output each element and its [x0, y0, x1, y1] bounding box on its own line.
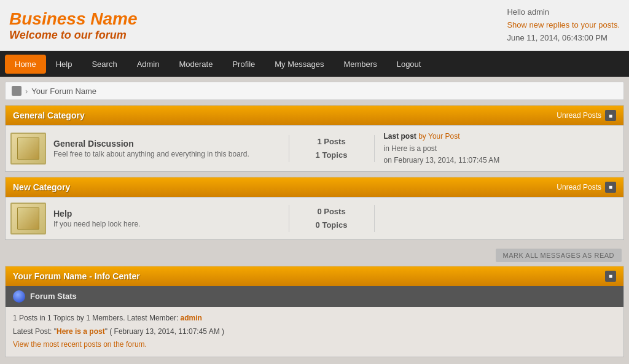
user-greeting: Hello admin [507, 6, 620, 19]
info-center-title: Your Forum Name - Info Center [13, 271, 140, 281]
nav-item-logout[interactable]: Logout [387, 55, 431, 74]
forum-description: If you need help look here. [53, 220, 289, 228]
unread-posts-general: Unread Posts ■ [557, 110, 616, 121]
category-title-new: New Category [13, 182, 70, 192]
forum-description: Feel free to talk about anything and eve… [53, 150, 289, 158]
user-date: June 11, 2014, 06:43:00 PM [507, 32, 620, 45]
forum-row: Help If you need help look here. 0 Posts… [6, 197, 623, 239]
forum-icon [10, 203, 46, 234]
nav-item-my-messages[interactable]: My Messages [265, 55, 334, 74]
category-header-general: General Category Unread Posts ■ [6, 106, 623, 125]
category-toggle-icon-new[interactable]: ■ [605, 182, 616, 193]
nav-item-profile[interactable]: Profile [222, 55, 265, 74]
forum-info: General Discussion Feel free to talk abo… [53, 139, 289, 158]
breadcrumb: › Your Forum Name [5, 82, 624, 100]
info-center-toggle-icon[interactable]: ■ [605, 271, 616, 282]
forum-title[interactable]: General Discussion [53, 139, 289, 149]
category-title-general: General Category [13, 110, 85, 120]
forum-icon-inner [17, 137, 39, 160]
category-toggle-icon-general[interactable]: ■ [605, 110, 616, 121]
forum-lastpost: Last post by Your Post in Here is a post… [375, 131, 619, 166]
stats-latest-member-link[interactable]: admin [181, 314, 202, 322]
posts-count: 0 Posts [317, 207, 345, 216]
breadcrumb-sep: › [25, 87, 28, 96]
topics-count: 0 Topics [316, 220, 348, 230]
header: Business Name Welcome to our forum Hello… [0, 0, 629, 51]
logo-subtitle: Welcome to our forum [9, 29, 138, 42]
stats-latest-post-link[interactable]: Here is a post [57, 327, 105, 336]
logo-area: Business Name Welcome to our forum [9, 9, 138, 42]
nav-item-help[interactable]: Help [46, 55, 82, 74]
lastpost-in: in Here is a post [384, 144, 437, 153]
breadcrumb-forum-name: Your Forum Name [31, 87, 96, 96]
mark-all-read-button[interactable]: MARK ALL MESSAGES AS READ [496, 249, 622, 262]
categories-container: General Category Unread Posts ■ General … [5, 105, 624, 240]
user-replies[interactable]: Show new replies to your posts. [507, 19, 620, 32]
forum-info: Help If you need help look here. [53, 209, 289, 228]
main-content: › Your Forum Name General Category Unrea… [0, 77, 629, 364]
nav-item-search[interactable]: Search [82, 55, 127, 74]
forum-stats-section: Forum Stats [6, 286, 623, 307]
home-icon[interactable] [12, 86, 21, 96]
stats-line2: Latest Post: "Here is a post" ( February… [13, 325, 616, 339]
info-center: Your Forum Name - Info Center ■ Forum St… [5, 266, 624, 357]
stats-content: 1 Posts in 1 Topics by 1 Members. Latest… [6, 307, 623, 357]
forum-stats: 0 Posts 0 Topics [289, 205, 375, 232]
mark-read-bar: MARK ALL MESSAGES AS READ [5, 245, 624, 266]
globe-icon [13, 290, 25, 303]
forum-stats-label: Forum Stats [30, 292, 77, 301]
posts-count: 1 Posts [317, 137, 345, 146]
lastpost-on: on February 13, 2014, 11:07:45 AM [384, 156, 500, 165]
nav-item-home[interactable]: Home [5, 55, 46, 74]
category-new: New Category Unread Posts ■ Help If you … [5, 177, 624, 240]
nav-item-moderate[interactable]: Moderate [170, 55, 223, 74]
forum-icon-inner [17, 207, 39, 230]
lastpost-by-link[interactable]: by Your Post [418, 132, 459, 141]
unread-posts-new: Unread Posts ■ [557, 182, 616, 193]
forum-stats: 1 Posts 1 Topics [289, 135, 375, 162]
logo-title: Business Name [9, 9, 138, 29]
lastpost-label: Last post [384, 132, 416, 141]
info-center-header: Your Forum Name - Info Center ■ [6, 266, 623, 286]
category-header-new: New Category Unread Posts ■ [6, 177, 623, 197]
category-general: General Category Unread Posts ■ General … [5, 105, 624, 172]
nav-item-members[interactable]: Members [334, 55, 386, 74]
user-info: Hello admin Show new replies to your pos… [507, 6, 620, 44]
forum-row: General Discussion Feel free to talk abo… [6, 125, 623, 171]
nav-bar: HomeHelpSearchAdminModerateProfileMy Mes… [0, 51, 629, 77]
stats-line1: 1 Posts in 1 Topics by 1 Members. Latest… [13, 312, 616, 325]
nav-item-admin[interactable]: Admin [127, 55, 170, 74]
topics-count: 1 Topics [316, 150, 348, 160]
stats-line3[interactable]: View the most recent posts on the forum. [13, 338, 616, 352]
forum-icon [10, 133, 46, 165]
forum-title[interactable]: Help [53, 209, 289, 219]
